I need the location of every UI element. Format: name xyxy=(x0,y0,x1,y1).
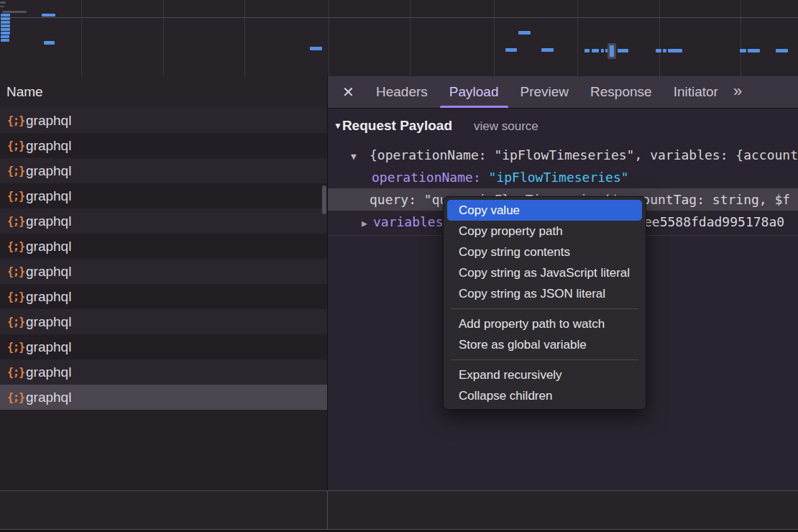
context-menu-item[interactable]: Store as global variable xyxy=(444,334,646,355)
scrollbar-thumb[interactable] xyxy=(322,185,326,214)
context-menu-item[interactable]: Expand recursively xyxy=(444,364,646,385)
request-row[interactable]: {;} graphql xyxy=(0,208,327,234)
request-timing-bar xyxy=(518,31,531,35)
property-key: variables xyxy=(373,214,444,229)
context-menu-item[interactable]: Add property path to watch xyxy=(444,313,646,334)
request-payload-section-header: ▼Request Payloadview source xyxy=(334,118,538,134)
timing-tick xyxy=(2,11,27,13)
section-title: Request Payload xyxy=(342,118,452,133)
request-timing-bar xyxy=(584,49,590,52)
tabs-container: HeadersPayloadPreviewResponseInitiator xyxy=(365,76,729,108)
request-timing-bar xyxy=(656,49,661,52)
request-timing-bar xyxy=(541,48,554,52)
timing-tick xyxy=(0,6,4,7)
close-icon[interactable]: ✕ xyxy=(342,76,357,108)
request-name: graphql xyxy=(26,314,71,330)
context-menu-item[interactable]: Copy property path xyxy=(444,221,646,242)
tab-response[interactable]: Response xyxy=(579,76,663,108)
name-column-label: Name xyxy=(6,84,43,99)
request-row[interactable]: {;} graphql xyxy=(0,309,327,334)
timeline-gridline xyxy=(410,0,411,76)
request-name: graphql xyxy=(26,339,71,355)
request-name: graphql xyxy=(26,364,71,380)
details-tabbar: ✕ HeadersPayloadPreviewResponseInitiator… xyxy=(328,76,798,109)
expand-triangle-icon[interactable]: ▼ xyxy=(351,145,370,166)
payload-root-preview: {operationName: "ipFlowTimeseries", vari… xyxy=(370,147,798,162)
json-request-icon: {;} xyxy=(7,391,26,404)
context-menu-item[interactable]: Collapse children xyxy=(444,385,646,406)
request-timing-bar xyxy=(776,49,788,52)
context-menu-item[interactable]: Copy value xyxy=(447,200,642,221)
operation-name-row[interactable]: operationName: "ipFlowTimeseries" xyxy=(328,166,798,188)
context-menu: Copy valueCopy property pathCopy string … xyxy=(443,196,646,410)
timeline-gridline xyxy=(81,0,82,76)
timeline-gridline xyxy=(659,0,660,76)
tab-preview[interactable]: Preview xyxy=(510,76,580,108)
request-timing-bar xyxy=(663,49,666,52)
request-timing-bar xyxy=(44,41,55,45)
timeline-gridline xyxy=(494,0,495,76)
timing-tick xyxy=(0,1,6,4)
request-row[interactable]: {;} graphql xyxy=(0,259,327,284)
request-timing-bar xyxy=(1,32,10,35)
request-timing-bar xyxy=(42,14,55,17)
json-request-icon: {;} xyxy=(7,366,26,379)
request-timing-bar xyxy=(592,49,599,52)
timeline-gridline xyxy=(740,0,741,76)
overflow-tabs-icon[interactable]: » xyxy=(733,76,742,108)
request-timing-bar xyxy=(1,28,10,31)
name-column-header[interactable]: Name xyxy=(0,76,327,109)
context-menu-item[interactable]: Copy string contents xyxy=(444,242,646,262)
request-timing-bar xyxy=(668,49,682,52)
context-menu-divider xyxy=(451,359,638,360)
context-menu-item[interactable]: Copy string as JSON literal xyxy=(444,283,646,304)
request-row[interactable]: {;} graphql xyxy=(0,234,327,259)
json-request-icon: {;} xyxy=(7,341,26,354)
payload-root-row[interactable]: ▼{operationName: "ipFlowTimeseries", var… xyxy=(328,144,798,166)
request-name: graphql xyxy=(26,289,71,305)
requests-list-panel: Name {;} graphql {;} graphql {;} graphql… xyxy=(0,76,327,490)
tab-initiator[interactable]: Initiator xyxy=(663,76,729,108)
request-name: graphql xyxy=(26,113,71,129)
request-rows: {;} graphql {;} graphql {;} graphql {;} … xyxy=(0,108,327,410)
request-name: graphql xyxy=(26,390,71,405)
request-timing-bar xyxy=(1,39,9,42)
json-request-icon: {;} xyxy=(7,240,26,253)
tab-headers[interactable]: Headers xyxy=(365,76,439,108)
request-timing-bar xyxy=(740,49,746,52)
request-timing-bar xyxy=(748,49,760,52)
request-row[interactable]: {;} graphql xyxy=(0,108,327,133)
property-key: operationName: xyxy=(372,170,489,185)
property-value: "ipFlowTimeseries" xyxy=(489,170,629,185)
request-row[interactable]: {;} graphql xyxy=(0,385,327,410)
request-name: graphql xyxy=(26,188,71,204)
timeline-hline xyxy=(0,17,798,18)
request-timing-bar xyxy=(310,47,322,50)
request-timing-bar xyxy=(1,14,10,17)
timeline-gridline xyxy=(163,0,164,76)
request-row[interactable]: {;} graphql xyxy=(0,284,327,309)
network-overview-timeline[interactable] xyxy=(0,0,798,77)
context-menu-item[interactable]: Copy string as JavaScript literal xyxy=(444,262,646,283)
request-row[interactable]: {;} graphql xyxy=(0,133,327,158)
json-request-icon: {;} xyxy=(7,139,26,152)
collapsed-triangle-icon[interactable]: ▶ xyxy=(362,212,373,233)
request-timing-bar xyxy=(610,45,614,57)
request-name: graphql xyxy=(26,163,71,179)
request-row[interactable]: {;} graphql xyxy=(0,359,327,385)
request-name: graphql xyxy=(26,239,71,254)
tab-payload[interactable]: Payload xyxy=(439,76,510,108)
request-timing-bar xyxy=(1,21,10,24)
request-name: graphql xyxy=(26,214,71,229)
view-source-link[interactable]: view source xyxy=(474,119,538,133)
timeline-gridline xyxy=(329,0,329,76)
json-request-icon: {;} xyxy=(7,165,26,178)
request-row[interactable]: {;} graphql xyxy=(0,334,327,359)
context-menu-divider xyxy=(451,308,638,309)
request-timing-bar xyxy=(505,48,517,52)
footer-area xyxy=(0,491,798,529)
devtools-network-panel: Name {;} graphql {;} graphql {;} graphql… xyxy=(0,0,798,532)
request-row[interactable]: {;} graphql xyxy=(0,158,327,183)
request-row[interactable]: {;} graphql xyxy=(0,183,327,208)
section-collapse-icon[interactable]: ▼ xyxy=(334,121,342,131)
